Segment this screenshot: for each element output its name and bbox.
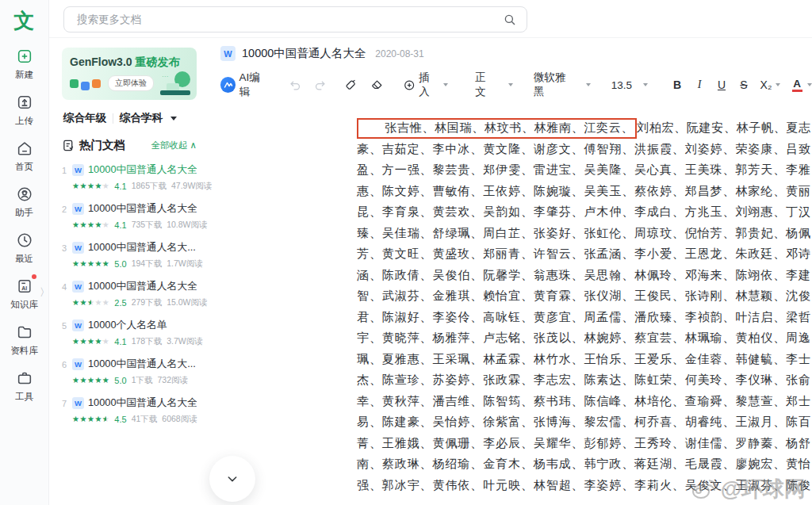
document-body[interactable]: 张吉惟、林国瑞、林玟书、林雅南、江奕云、刘柏宏、阮建安、林子帆、夏志豪、吉茹定、… <box>357 117 810 495</box>
read-count: 10.8W阅读 <box>167 220 207 231</box>
banner-illustration: ⋯ <box>160 75 192 95</box>
search-icon[interactable] <box>503 13 517 27</box>
panel-collapse-chevron-icon[interactable]: 〉 <box>40 285 50 300</box>
italic-button[interactable]: I <box>691 78 708 91</box>
doc-text-line[interactable]: 昆、李育泉、黄芸欢、吴韵如、李肇芬、卢木仲、李成白、方兆玉、刘翊惠、丁汉 <box>357 201 810 223</box>
strikethrough-button[interactable]: S <box>735 78 753 91</box>
doc-text-line[interactable]: 南、蔡政琳、杨绍瑜、金育木、杨韦成、韩宁政、蒋廷湖、毛晟霞、廖婉宏、黄怡 <box>357 453 810 475</box>
doc-text-line[interactable]: 易、陈建豪、吴怡婷、徐紫富、张博海、黎宏儒、柯乔喜、胡睿纯、王淑月、陈百 <box>357 411 810 433</box>
doc-link[interactable]: 10000个人名名单 <box>88 319 167 332</box>
doc-list-item[interactable]: 2W10000中国普通人名大全★★★★★★★★★★4.1735下载10.8W阅读 <box>62 202 197 231</box>
doc-text-line[interactable]: 强、郭冰宇、黄伟依、叶元映、林智超、李姿婷、李莉火、吴俊文、王淑芬、陈俊 <box>357 475 810 496</box>
sidebar-item-plus-box[interactable]: 新建 <box>2 46 47 81</box>
hot-docs-icon <box>62 139 75 152</box>
sidebar-item-label: 最近 <box>15 253 33 265</box>
ai-doc-icon: AI <box>14 276 35 296</box>
doc-list-item[interactable]: 3W10000中国普通人名大...★★★★★★★★★★5.0194下载1.7W阅… <box>62 241 197 270</box>
bold-button[interactable]: B <box>668 78 686 91</box>
read-count: 6068阅读 <box>162 414 197 425</box>
font-color-button[interactable]: A <box>790 78 812 92</box>
promo-banner[interactable]: GenFlow3.0重磅发布 立即体验 ⋯ <box>62 48 197 100</box>
doc-text-line[interactable]: 君、陈淑好、李姿伶、高咏钰、黄彦宜、周孟儒、潘欣臻、李祯韵、叶洁启、梁哲 <box>357 307 810 328</box>
doc-text-line[interactable]: 珮、夏雅惠、王采珮、林孟霖、林竹水、王怡乐、王爱乐、金佳蓉、韩健毓、李士 <box>357 349 810 370</box>
sidebar-item-label: 新建 <box>15 69 33 81</box>
word-doc-icon: W <box>72 203 84 215</box>
clock-icon <box>14 230 35 251</box>
sidebar-item-upload[interactable]: 上传 <box>2 92 47 127</box>
font-size-select[interactable]: 13.5 <box>611 79 648 91</box>
svg-text:AI: AI <box>21 285 27 291</box>
doc-text-line[interactable]: 惠、陈文婷、曹敏侑、王依婷、陈婉璇、吴美玉、蔡依婷、郑昌梦、林家纶、黄丽 <box>357 181 810 202</box>
doc-link[interactable]: 10000中国普通人名大全 <box>88 280 197 293</box>
chevron-down-icon[interactable] <box>170 117 177 121</box>
doc-text-line[interactable]: 宇、黄晓萍、杨雅萍、卢志铭、张茂以、林婉婷、蔡宜芸、林珮瑜、黄柏仪、周逸 <box>357 327 810 349</box>
doc-text-line[interactable]: 菁、王雅娥、黄佩珊、李必辰、吴耀华、彭郁婷、王秀玲、谢佳儒、罗静蓁、杨舒 <box>357 433 810 454</box>
undo-button[interactable] <box>289 78 302 92</box>
search-input[interactable] <box>77 13 503 25</box>
sidebar-item-folder[interactable]: 资料库 <box>2 322 47 357</box>
doc-list-item[interactable]: 1W10000中国普通人名大全★★★★★★★★★★4.11865下载47.9W阅… <box>62 163 197 192</box>
star-rating-icon: ★★★★★★★★★★ <box>72 299 109 307</box>
doc-list-item[interactable]: 7W10000中国普通人名大全★★★★★★★★★★4.541下载6068阅读 <box>62 396 197 425</box>
promo-title: GenFlow3.0重磅发布 <box>70 55 190 70</box>
doc-text-line[interactable]: 张吉惟、林国瑞、林玟书、林雅南、江奕云、刘柏宏、阮建安、林子帆、夏志 <box>357 117 810 139</box>
doc-text-line[interactable]: 智、武淑芬、金雅琪、赖怡宜、黄育霖、张仪湖、王俊民、张诗刚、林慧颖、沈俊 <box>357 285 810 307</box>
search-box[interactable] <box>63 6 527 33</box>
assistant-icon <box>14 184 35 205</box>
sidebar-item-briefcase[interactable]: 工具 <box>2 368 47 403</box>
sidebar-item-assistant[interactable]: 助手 <box>2 184 47 219</box>
rating-value: 5.0 <box>114 376 126 385</box>
chevron-down-icon <box>776 83 780 86</box>
ai-edit-button[interactable]: AI编辑 <box>220 71 270 99</box>
rating-value: 4.1 <box>114 182 126 191</box>
doc-text-line[interactable]: 盈、方一强、黎芸贵、郑伊雯、雷进宝、吴美隆、吴心真、王美珠、郭芳天、李雅 <box>357 159 810 181</box>
read-count: 3.7W阅读 <box>167 336 203 347</box>
doc-rank: 4 <box>62 282 68 292</box>
document-header: W 10000中国普通人名大全 2020-08-31 <box>208 38 812 61</box>
doc-list-item[interactable]: 6W10000中国普通人名大...★★★★★★★★★★5.01下载732阅读 <box>62 358 197 386</box>
font-family-select[interactable]: 微软雅黑 <box>534 71 591 99</box>
doc-text-line[interactable]: 幸、黄秋萍、潘吉维、陈智筠、蔡书玮、陈信峰、林培伦、查瑜舜、黎慧萱、郑士 <box>357 391 810 412</box>
collapse-all-link[interactable]: 全部收起 ∧ <box>151 140 197 151</box>
doc-list-panel: GenFlow3.0重磅发布 立即体验 ⋯ 综合年级 综合学科 热门文档 全部收… <box>49 38 208 505</box>
doc-text-line[interactable]: 涵、陈政倩、吴俊伯、阮馨学、翁惠珠、吴思翰、林佩玲、邓海来、陈翊依、李建 <box>357 265 810 286</box>
home-icon <box>14 138 35 159</box>
paragraph-style-select[interactable]: 正文 <box>475 71 513 99</box>
doc-link[interactable]: 10000中国普通人名大... <box>88 241 196 254</box>
format-painter-button[interactable] <box>344 78 358 92</box>
sidebar-item-clock[interactable]: 最近 <box>2 230 47 265</box>
hot-docs-title: 热门文档 <box>79 138 151 153</box>
ai-icon <box>220 77 236 93</box>
doc-app-icon <box>70 79 79 88</box>
scroll-down-button[interactable] <box>209 456 255 502</box>
doc-text-line[interactable]: 杰、陈萱珍、苏姿婷、张政霖、李志宏、陈素达、陈虹荣、何美玲、李仪琳、张俞 <box>357 369 810 391</box>
underline-button[interactable]: U <box>713 78 730 91</box>
doc-link[interactable]: 10000中国普通人名大全 <box>88 202 197 216</box>
filter-subject[interactable]: 综合学科 <box>120 111 163 125</box>
star-rating-icon: ★★★★★★★★★★ <box>72 338 109 346</box>
doc-text-line[interactable]: 臻、吴佳瑞、舒绿珮、周白芷、张姿好、张虹伦、周琼玟、倪怡芳、郭贵妃、杨佩 <box>357 223 810 244</box>
redo-button[interactable] <box>313 78 327 92</box>
read-count: 732阅读 <box>157 375 188 386</box>
doc-list-item[interactable]: 4W10000中国普通人名大全★★★★★★★★★★2.5279下载15.0W阅读 <box>62 280 197 308</box>
doc-rank: 5 <box>62 321 68 331</box>
try-now-button[interactable]: 立即体验 <box>108 75 154 91</box>
word-doc-icon: W <box>72 242 84 254</box>
doc-link[interactable]: 10000中国普通人名大全 <box>88 163 197 177</box>
doc-link[interactable]: 10000中国普通人名大... <box>88 358 196 371</box>
doc-rank: 2 <box>62 205 68 214</box>
sidebar-item-home[interactable]: 首页 <box>2 138 47 173</box>
star-rating-icon: ★★★★★★★★★★ <box>72 260 109 268</box>
document-date: 2020-08-31 <box>375 48 423 59</box>
filter-grade[interactable]: 综合年级 <box>63 111 106 125</box>
sidebar-item-label: 上传 <box>15 115 33 127</box>
doc-link[interactable]: 10000中国普通人名大全 <box>88 396 197 410</box>
download-count: 41下载 <box>132 414 158 425</box>
doc-list-item[interactable]: 5W10000个人名名单★★★★★★★★★★4.1178下载3.7W阅读 <box>62 319 197 347</box>
doc-text-line[interactable]: 豪、吉茹定、李中冰、黄文隆、谢彦文、傅智翔、洪振霞、刘姿婷、荣姿康、吕致 <box>357 139 810 160</box>
insert-button[interactable]: 插入 <box>403 71 448 99</box>
app-logo[interactable]: 文 <box>10 6 39 35</box>
subscript-button[interactable]: X₂ <box>757 78 780 91</box>
eraser-button[interactable] <box>370 78 384 92</box>
doc-text-line[interactable]: 芳、黄文旺、黄盛玫、郑丽青、许智云、张孟涵、李小爱、王恩龙、朱政廷、邓诗 <box>357 243 810 265</box>
